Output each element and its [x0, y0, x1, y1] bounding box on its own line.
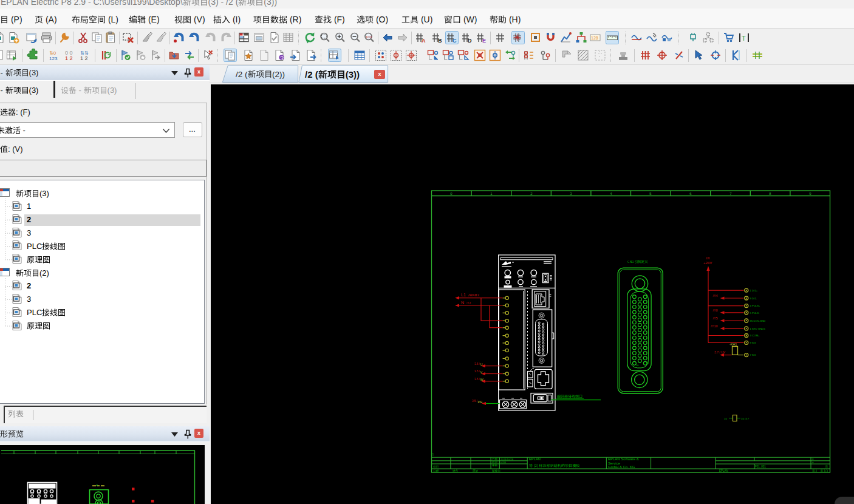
svg-text:9 SG: 9 SG [750, 341, 756, 344]
svg-text:4: 4 [610, 192, 612, 196]
svg-text:EPLAN: EPLAN [529, 457, 541, 461]
svg-text:8: 8 [769, 192, 771, 196]
svg-text:30: 30 [636, 364, 639, 367]
svg-text:2024/10/28: 2024/10/28 [500, 458, 514, 461]
svg-text:PE: PE [478, 400, 483, 404]
svg-text:U: U [480, 363, 483, 366]
svg-text:7 SG: 7 SG [750, 353, 756, 356]
svg-text:3.5 /: 3.5 / [474, 370, 480, 373]
svg-text:-KA1: -KA1 [729, 342, 737, 346]
svg-text:EPLAN Software &: EPLAN Software & [608, 457, 639, 461]
svg-text:3.5 /: 3.5 / [474, 378, 480, 381]
svg-text:F01_001: F01_001 [755, 465, 766, 468]
svg-text:/Y10: /Y10 [711, 324, 717, 328]
svg-text:⇅0: ⇅0 [49, 50, 56, 56]
svg-text:9: 9 [809, 192, 811, 196]
svg-text:123: 123 [49, 56, 58, 61]
svg-text:li199: li199 [500, 461, 507, 464]
svg-text:3.7 / UV: 3.7 / UV [714, 350, 726, 354]
svg-text:A: A [422, 38, 426, 44]
svg-text:1: 1 [490, 192, 493, 196]
svg-text:/3.4: /3.4 [466, 301, 471, 304]
svg-text:128: 128 [591, 36, 598, 40]
svg-text:W: W [480, 378, 484, 381]
svg-text:N: N [461, 301, 464, 305]
svg-text:EPLAN: EPLAN [719, 469, 728, 472]
svg-text:0: 0 [450, 192, 453, 196]
svg-text:1 2: 1 2 [80, 55, 88, 61]
svg-text:2: 2 [530, 192, 533, 196]
svg-text:GmbH & Co. KG: GmbH & Co. KG [608, 465, 635, 469]
svg-text:Service: Service [608, 461, 621, 465]
svg-text:1 DI1+: 1 DI1+ [750, 289, 758, 292]
svg-text:1 STD GND5: 1 STD GND5 [750, 327, 766, 330]
svg-text:V: V [480, 370, 483, 374]
svg-text:14: 14 [646, 361, 649, 364]
svg-text:+24V: +24V [703, 261, 712, 265]
svg-text:/Y0: /Y0 [712, 308, 717, 312]
svg-text:/Y5: /Y5 [712, 316, 717, 320]
svg-text:1 2: 1 2 [65, 55, 73, 61]
svg-text:E: E [482, 38, 486, 44]
svg-text:4 PUL8+: 4 PUL8+ [750, 304, 760, 307]
svg-text:6: 6 [689, 192, 692, 196]
svg-text:5 PUL8-: 5 PUL8- [750, 312, 760, 315]
svg-text:35 DO5-GND: 35 DO5-GND [750, 319, 766, 322]
svg-text:L1: L1 [461, 293, 466, 297]
svg-text:D: D [468, 38, 472, 44]
svg-text:B: B [438, 38, 442, 44]
svg-text:9 DI1-: 9 DI1- [750, 297, 757, 300]
svg-text:3.5 /: 3.5 / [474, 363, 480, 366]
svg-text:C: C [453, 38, 457, 44]
svg-text:1: 1 [432, 452, 434, 456]
svg-text:10 /3.7: 10 /3.7 [741, 417, 750, 420]
svg-text:/Y4: /Y4 [712, 294, 717, 298]
svg-text:3.5 /: 3.5 / [472, 400, 478, 403]
svg-text:5: 5 [649, 192, 652, 196]
svg-text:+: + [812, 461, 814, 464]
svg-text:3: 3 [570, 192, 572, 196]
svg-text:100: 100 [366, 35, 372, 39]
svg-text:10: 10 [724, 417, 727, 420]
svg-text:3.6: 3.6 [706, 257, 710, 260]
svg-text:=: = [812, 458, 814, 461]
svg-text:3 COM+: 3 COM+ [750, 334, 760, 337]
svg-text:T: T [742, 35, 746, 42]
svg-text:7: 7 [729, 192, 732, 196]
